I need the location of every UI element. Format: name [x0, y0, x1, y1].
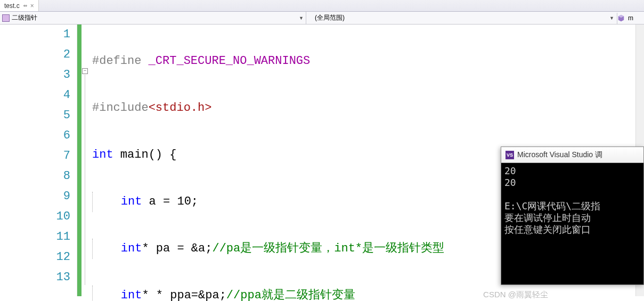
chevron-down-icon: ▼ — [299, 15, 304, 21]
line-number: 4 — [0, 85, 70, 105]
line-number: 3 — [0, 65, 70, 85]
line-number: 10 — [0, 207, 70, 227]
line-number: 9 — [0, 186, 70, 207]
change-margin — [77, 25, 81, 296]
line-number: 7 — [0, 146, 70, 166]
tab-filename: test.c — [4, 2, 20, 10]
member-label: m — [628, 14, 633, 22]
scope-selector-function[interactable]: (全局范围) ▼ m — [306, 12, 644, 24]
code-line: #define _CRT_SECURE_NO_WARNINGS — [92, 51, 644, 71]
navigation-bar: 二级指针 ▼ (全局范围) ▼ m — [0, 12, 644, 25]
line-number-gutter: 1 2 3 4 5 6 7 8 9 10 11 12 13 — [0, 25, 77, 296]
fold-toggle[interactable]: − — [82, 68, 88, 74]
fold-guide — [85, 75, 85, 285]
tab-bar: test.c ⇴ × — [0, 0, 644, 12]
watermark: CSDN @雨翼轻尘 — [483, 290, 548, 300]
file-tab[interactable]: test.c ⇴ × — [0, 0, 39, 11]
line-number: 2 — [0, 45, 70, 65]
console-title-text: Microsoft Visual Studio 调 — [517, 150, 602, 160]
code-line: #include<stdio.h> — [92, 98, 644, 118]
line-number: 1 — [0, 25, 70, 45]
fold-column: − — [81, 25, 90, 296]
code-line: int* * ppa=&pa;//ppa就是二级指针变量 — [92, 286, 644, 301]
line-number: 5 — [0, 105, 70, 126]
pin-icon[interactable]: ⇴ — [23, 3, 27, 9]
scope-class-label: 二级指针 — [12, 13, 37, 22]
chevron-down-icon: ▼ — [609, 15, 614, 21]
visual-studio-icon: VS — [506, 151, 514, 159]
cube-icon — [617, 14, 625, 22]
console-output: 20 20 E:\C网课代码\二级指 要在调试停止时自动 按任意键关闭此窗口 — [501, 163, 643, 238]
debug-console-window[interactable]: VS Microsoft Visual Studio 调 20 20 E:\C网… — [501, 147, 644, 285]
line-number: 8 — [0, 166, 70, 186]
line-number: 11 — [0, 227, 70, 247]
line-number: 12 — [0, 247, 70, 267]
scope-selector-class[interactable]: 二级指针 ▼ — [0, 12, 306, 24]
scope-function-label: (全局范围) — [315, 13, 345, 22]
line-number: 6 — [0, 126, 70, 146]
console-titlebar[interactable]: VS Microsoft Visual Studio 调 — [501, 147, 643, 163]
struct-icon — [2, 14, 10, 22]
close-icon[interactable]: × — [30, 2, 34, 10]
line-number: 13 — [0, 267, 70, 288]
